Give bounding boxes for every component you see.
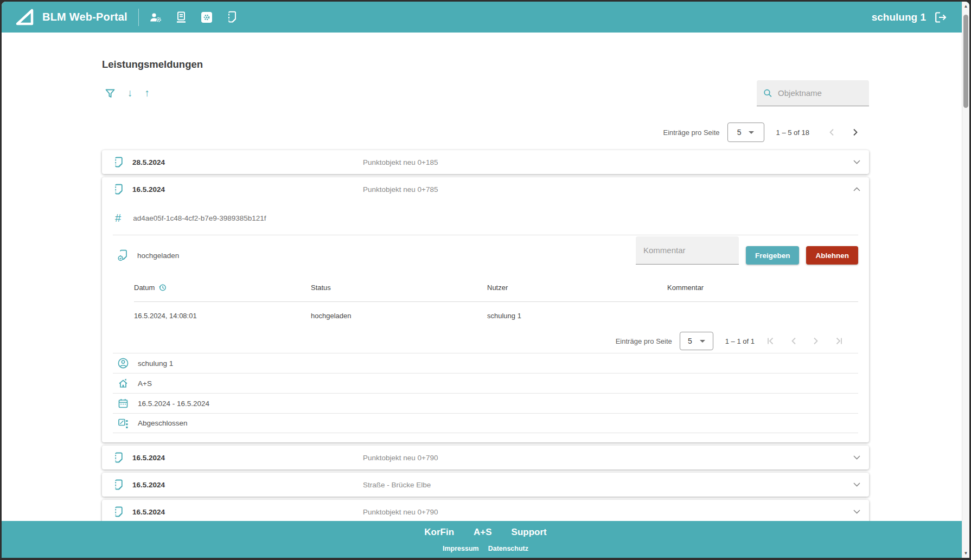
filter-icon[interactable]: [105, 88, 116, 99]
previous-page-icon: [791, 337, 796, 345]
header-user-area: schulung 1: [872, 11, 948, 24]
first-page-icon: [766, 337, 774, 345]
next-page-icon[interactable]: [853, 128, 858, 136]
list-toolbar: ↓ ↑: [102, 80, 869, 106]
sort-ascending-icon[interactable]: ↑: [145, 87, 150, 99]
col-datum: Datum: [134, 284, 311, 292]
page-size-select[interactable]: 5: [727, 123, 764, 142]
document-icon: [114, 157, 124, 168]
report-uid: ad4ae05f-1c48-4cf2-b7e9-3989385b121f: [133, 214, 266, 222]
brand-title: BLM Web-Portal: [42, 11, 127, 23]
reject-button[interactable]: Ablehnen: [806, 246, 858, 265]
footer-link-datenschutz[interactable]: Datenschutz: [488, 545, 528, 552]
report-object: Punktobjekt neu 0+785: [363, 185, 438, 194]
logout-icon[interactable]: [934, 11, 948, 24]
report-object: Punktobjekt neu 0+185: [363, 158, 438, 166]
footer-link-korfin[interactable]: KorFin: [424, 527, 454, 538]
detail-user: schulung 1: [113, 353, 858, 373]
detail-text: 16.5.2024 - 16.5.2024: [138, 400, 209, 408]
page-title: Leistungsmeldungen: [102, 59, 869, 70]
page-size-label: Einträge pro Seite: [616, 337, 672, 345]
filter-sort-group: ↓ ↑: [102, 87, 150, 99]
expand-chevron-icon[interactable]: [853, 455, 860, 460]
action-controls: Freigeben Ablehnen: [636, 236, 858, 265]
expand-chevron-icon[interactable]: [853, 160, 860, 164]
next-page-icon: [813, 337, 819, 345]
comment-input[interactable]: [643, 246, 731, 255]
main-content: Leistungsmeldungen ↓ ↑ Einträge: [2, 59, 969, 524]
top-paginator: Einträge pro Seite 5 1 – 5 of 18: [102, 120, 869, 144]
scroll-down-icon[interactable]: ▼: [962, 551, 969, 556]
history-icon: [158, 284, 167, 292]
brand-logo-icon[interactable]: [15, 8, 35, 27]
hash-icon: #: [115, 212, 121, 224]
manage-users-icon[interactable]: [149, 10, 163, 24]
sort-descending-icon[interactable]: ↓: [127, 87, 133, 99]
report-date: 16.5.2024: [132, 508, 165, 516]
range-label: 1 – 1 of 1: [725, 337, 755, 345]
list-item[interactable]: 16.5.2024 Punktobjekt neu 0+790: [102, 500, 869, 524]
footer: KorFin A+S Support Impressum Datenschutz: [2, 521, 969, 558]
status-label: hochgeladen: [137, 252, 179, 260]
detail-text: schulung 1: [138, 359, 173, 368]
documents-icon[interactable]: [225, 10, 240, 24]
reports-icon[interactable]: [174, 10, 189, 24]
scrollbar-thumb[interactable]: [963, 15, 968, 108]
footer-link-support[interactable]: Support: [512, 527, 547, 538]
footer-links: KorFin A+S Support: [424, 527, 546, 538]
app-window: BLM Web-Portal: [2, 2, 969, 558]
history-table-header: Datum Status Nutzer Kommentar: [134, 274, 858, 302]
report-object: Punktobjekt neu 0+790: [363, 454, 438, 462]
detail-organisation: A+S: [113, 373, 858, 393]
detail-text: Abgeschlossen: [138, 419, 188, 427]
comment-field-wrap: [636, 236, 739, 265]
list-item[interactable]: 16.5.2024 Straße - Brücke Elbe: [102, 473, 869, 497]
page-size-value: 5: [737, 128, 742, 137]
paginator-nav: [763, 337, 846, 345]
document-icon: [114, 506, 124, 517]
footer-link-as[interactable]: A+S: [474, 527, 492, 538]
report-date: 28.5.2024: [132, 158, 165, 166]
expand-chevron-icon[interactable]: [853, 482, 860, 487]
page-size-select[interactable]: 5: [680, 332, 713, 350]
history-table-row: 16.5.2024, 14:08:01 hochgeladen schulung…: [134, 302, 858, 329]
expand-chevron-icon[interactable]: [853, 510, 860, 514]
scrollbar[interactable]: ▲ ▼: [962, 2, 969, 558]
expanded-row-header[interactable]: 16.5.2024 Punktobjekt neu 0+785: [102, 177, 869, 201]
report-object: Straße - Brücke Elbe: [363, 481, 431, 489]
list-item[interactable]: 28.5.2024 Punktobjekt neu 0+185: [102, 150, 869, 174]
header-nav: [149, 10, 240, 24]
inner-paginator: Einträge pro Seite 5 1 – 1 of 1: [102, 329, 869, 353]
object-search: [757, 80, 869, 106]
collapse-chevron-icon[interactable]: [853, 187, 860, 191]
search-input[interactable]: [778, 88, 863, 98]
document-status-icon: [118, 249, 129, 261]
status-icon: [118, 418, 129, 429]
col-datum-label: Datum: [134, 284, 155, 292]
settings-icon[interactable]: [200, 10, 214, 24]
report-id-row: # ad4ae05f-1c48-4cf2-b7e9-3989385b121f: [102, 201, 869, 235]
report-date: 16.5.2024: [132, 454, 165, 462]
footer-link-impressum[interactable]: Impressum: [443, 545, 479, 552]
col-nutzer: Nutzer: [487, 284, 667, 292]
col-status: Status: [311, 284, 487, 292]
top-bar: BLM Web-Portal: [2, 2, 969, 33]
cell-datum: 16.5.2024, 14:08:01: [134, 312, 311, 320]
list-item[interactable]: 16.5.2024 Punktobjekt neu 0+790: [102, 446, 869, 469]
scroll-up-icon[interactable]: ▲: [962, 4, 969, 9]
user-icon: [118, 358, 129, 369]
detail-status: Abgeschlossen: [113, 413, 858, 433]
range-label: 1 – 5 of 18: [776, 128, 809, 137]
last-page-icon: [835, 337, 843, 345]
previous-page-icon: [829, 128, 834, 136]
browser-frame: BLM Web-Portal: [0, 0, 971, 560]
document-icon: [114, 452, 124, 463]
header-divider: [138, 9, 139, 26]
chevron-down-icon: [749, 131, 754, 134]
cell-nutzer: schulung 1: [487, 312, 667, 320]
report-date: 16.5.2024: [132, 481, 165, 489]
detail-date-range: 16.5.2024 - 16.5.2024: [113, 393, 858, 413]
page-size-label: Einträge pro Seite: [663, 128, 719, 137]
history-table: Datum Status Nutzer Kommentar 16.5.2: [113, 274, 858, 329]
approve-button[interactable]: Freigeben: [746, 246, 800, 265]
